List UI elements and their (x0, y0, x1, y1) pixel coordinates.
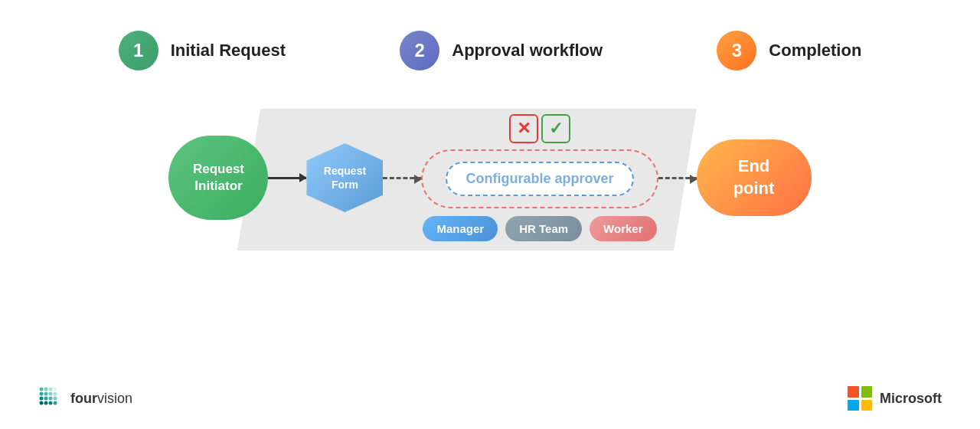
ms-blue-square (848, 400, 859, 411)
request-initiator-node: RequestInitiator (168, 136, 268, 220)
ms-red-square (848, 386, 859, 398)
svg-point-15 (54, 401, 57, 405)
svg-point-5 (44, 392, 48, 396)
svg-point-9 (44, 397, 48, 401)
approval-section: ✕ ✓ Configurable approver Manager HR Tea… (421, 114, 658, 241)
hr-team-label: HR Team (519, 222, 568, 235)
step-1-item: 1 Initial Request (119, 31, 286, 70)
manager-node: Manager (423, 216, 498, 241)
svg-point-3 (54, 388, 57, 391)
svg-point-0 (40, 388, 44, 391)
microsoft-logo: Microsoft (848, 386, 942, 411)
svg-point-7 (54, 392, 57, 396)
fourvision-logo: fourvision (38, 386, 132, 411)
manager-label: Manager (436, 222, 484, 235)
svg-point-13 (44, 401, 48, 405)
footer: fourvision Microsoft (0, 386, 980, 411)
svg-point-1 (44, 388, 48, 391)
microsoft-text: Microsoft (880, 391, 942, 407)
arrow-to-endpoint (658, 177, 697, 179)
svg-point-2 (49, 388, 53, 391)
svg-point-12 (40, 401, 44, 405)
svg-point-4 (40, 392, 44, 396)
step-1-label: Initial Request (171, 41, 286, 61)
configurable-approver-inner: Configurable approver (446, 162, 633, 196)
worker-node: Worker (590, 216, 656, 241)
hr-team-node: HR Team (505, 216, 582, 241)
approval-icons-row: ✕ ✓ (509, 114, 570, 143)
svg-point-6 (49, 392, 53, 396)
fourvision-icon (38, 386, 63, 411)
svg-point-11 (54, 397, 57, 401)
svg-point-8 (40, 397, 44, 401)
svg-point-14 (49, 401, 53, 405)
approve-icon: ✓ (541, 114, 570, 143)
ms-green-square (861, 386, 873, 398)
approver-sub-items: Manager HR Team Worker (423, 216, 656, 241)
flow-area: RequestInitiator RequestForm ✕ ✓ Configu… (0, 93, 980, 262)
reject-icon: ✕ (509, 114, 538, 143)
step-3-item: 3 Completion (717, 31, 861, 70)
worker-label: Worker (603, 222, 642, 235)
solid-arrow-line (268, 177, 306, 179)
dashed-arrow-line-2 (658, 177, 697, 179)
arrow-to-form (268, 177, 306, 179)
step-1-circle: 1 (119, 31, 158, 70)
fourvision-suffix: vision (97, 391, 132, 406)
fourvision-text: fourvision (70, 391, 132, 407)
step-3-circle: 3 (717, 31, 756, 70)
step-2-label: Approval workflow (452, 41, 603, 61)
step-2-item: 2 Approval workflow (400, 31, 603, 70)
end-point-label: Endpoint (733, 156, 775, 199)
step-3-label: Completion (769, 41, 861, 61)
svg-point-10 (49, 397, 53, 401)
configurable-approver-outer: Configurable approver (421, 149, 658, 208)
request-initiator-label: RequestInitiator (193, 161, 244, 195)
end-point-node: Endpoint (697, 139, 812, 216)
ms-yellow-square (861, 400, 873, 411)
dashed-arrow-line-1 (383, 177, 421, 179)
header: 1 Initial Request 2 Approval workflow 3 … (0, 0, 980, 93)
arrow-to-approver (383, 177, 421, 179)
microsoft-grid-icon (848, 386, 872, 411)
configurable-approver-label: Configurable approver (466, 171, 613, 186)
fourvision-prefix: four (70, 391, 97, 406)
request-form-label: RequestForm (324, 164, 366, 192)
step-2-circle: 2 (400, 31, 439, 70)
